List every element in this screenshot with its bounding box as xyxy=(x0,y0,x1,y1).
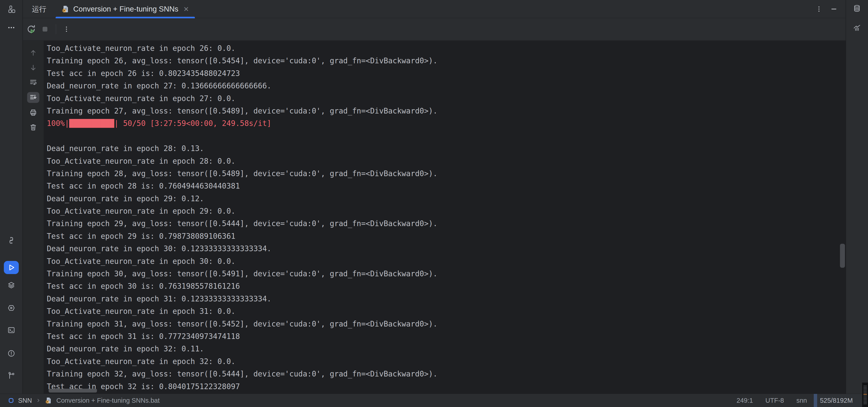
right-tool-stripe xyxy=(846,0,868,394)
console-line: Test acc in epoch 26 is: 0.8023435488024… xyxy=(47,67,846,80)
memory-indicator[interactable]: 525/8192M xyxy=(814,394,868,407)
console-line: Training epoch 26, avg_loss: tensor([0.5… xyxy=(47,55,846,67)
console-line: Dead_neuron_rate in epoch 29: 0.12. xyxy=(47,192,846,205)
python-packages-icon[interactable] xyxy=(6,303,16,313)
database-icon[interactable] xyxy=(852,4,862,13)
console-line: Training epoch 32, avg_loss: tensor([0.5… xyxy=(47,368,846,380)
project-icon xyxy=(8,398,14,403)
tab-run-configuration[interactable]: Conversion + Fine-tuning SNNs ✕ xyxy=(56,0,195,18)
soft-wrap-icon[interactable] xyxy=(28,77,38,87)
tool-window-header: 运行 Conversion + Fine-tuning SNNs ✕ xyxy=(23,0,846,18)
console-line: Too_Activate_neuron_rate in epoch 30: 0.… xyxy=(47,255,846,268)
memory-indicator-text: 525/8192M xyxy=(814,394,859,407)
console-line xyxy=(47,130,846,142)
file-encoding[interactable]: UTF-8 xyxy=(765,397,784,404)
run-config-file-icon xyxy=(61,5,70,13)
run-console[interactable]: Too_Activate_neuron_rate in epoch 26: 0.… xyxy=(43,41,846,394)
status-file-name[interactable]: Conversion + Fine-tuning SNNs.bat xyxy=(56,397,160,404)
chevron-right-icon xyxy=(36,398,41,403)
problems-icon[interactable] xyxy=(6,348,16,358)
caret-position[interactable]: 249:1 xyxy=(737,397,753,404)
more-vertical-icon[interactable] xyxy=(815,5,823,13)
console-line: Training epoch 27, avg_loss: tensor([0.5… xyxy=(47,105,846,117)
console-line: Test acc in epoch 32 is: 0.8040175122328… xyxy=(47,380,846,393)
console-line: Test acc in epoch 30 is: 0.7631985578161… xyxy=(47,280,846,292)
console-line: Dead_neuron_rate in epoch 32: 0.11. xyxy=(47,343,846,355)
rerun-icon[interactable] xyxy=(26,24,36,34)
console-line: Dead_neuron_rate in epoch 30: 0.12333333… xyxy=(47,242,846,255)
console-line: Test acc in epoch 28 is: 0.7604944630440… xyxy=(47,180,846,192)
clear-all-icon[interactable] xyxy=(28,122,38,132)
status-bar: SNN Conversion + Fine-tuning SNNs.bat 24… xyxy=(0,394,868,407)
console-line: Training epoch 28, avg_loss: tensor([0.5… xyxy=(47,167,846,180)
tool-window-title: 运行 xyxy=(32,0,46,18)
tab-close-icon[interactable]: ✕ xyxy=(183,5,189,13)
run-config-file-icon xyxy=(45,397,52,404)
sciview-chart-icon[interactable] xyxy=(852,23,862,33)
console-line: Training epoch 29, avg_loss: tensor([0.5… xyxy=(47,217,846,230)
horizontal-scrollbar-thumb[interactable] xyxy=(49,389,97,393)
stop-icon[interactable] xyxy=(41,25,49,33)
run-tool-window-icon[interactable] xyxy=(4,261,19,274)
console-line: Too_Activate_neuron_rate in epoch 29: 0.… xyxy=(47,205,846,217)
python-console-icon[interactable] xyxy=(6,236,16,245)
console-more-icon[interactable] xyxy=(63,26,70,33)
console-line: 100%|██████████| 50/50 [3:27:59<00:00, 2… xyxy=(47,117,846,130)
scrollbar-stripe-marks xyxy=(862,383,868,407)
services-icon[interactable] xyxy=(6,280,16,290)
up-arrow-icon[interactable] xyxy=(28,48,38,58)
version-control-icon[interactable] xyxy=(6,370,16,380)
console-gutter-toolbar xyxy=(23,41,43,394)
console-line: Too_Activate_neuron_rate in epoch 26: 0.… xyxy=(47,42,846,55)
run-toolbar xyxy=(23,18,846,40)
vertical-scrollbar-thumb[interactable] xyxy=(840,244,845,268)
tab-label: Conversion + Fine-tuning SNNs xyxy=(73,5,178,13)
console-line: Training epoch 30, avg_loss: tensor([0.5… xyxy=(47,268,846,280)
console-line: Too_Activate_neuron_rate in epoch 27: 0.… xyxy=(47,92,846,105)
console-output: Too_Activate_neuron_rate in epoch 26: 0.… xyxy=(43,41,846,393)
console-line: Too_Activate_neuron_rate in epoch 32: 0.… xyxy=(47,355,846,368)
more-tool-windows-icon[interactable] xyxy=(6,23,16,33)
hide-tool-window-icon[interactable] xyxy=(830,5,837,13)
console-line: Dead_neuron_rate in epoch 28: 0.13. xyxy=(47,142,846,155)
run-configuration-name[interactable]: snn xyxy=(796,397,807,404)
stripe-mark-warning xyxy=(864,394,867,395)
console-line: Too_Activate_neuron_rate in epoch 28: 0.… xyxy=(47,155,846,167)
console-line: Training epoch 31, avg_loss: tensor([0.5… xyxy=(47,318,846,330)
status-project-name[interactable]: SNN xyxy=(18,397,32,404)
down-arrow-icon[interactable] xyxy=(28,63,38,72)
left-tool-stripe xyxy=(0,0,23,394)
tool-window-layout-icon[interactable] xyxy=(6,4,16,14)
scroll-to-end-icon[interactable] xyxy=(27,92,39,103)
run-tool-window: 运行 Conversion + Fine-tuning SNNs ✕ xyxy=(23,0,846,394)
console-line: Too_Activate_neuron_rate in epoch 31: 0.… xyxy=(47,305,846,317)
terminal-icon[interactable] xyxy=(6,325,16,335)
console-line: Test acc in epoch 29 is: 0.7987380891063… xyxy=(47,230,846,242)
console-line: Dead_neuron_rate in epoch 31: 0.12333333… xyxy=(47,292,846,305)
console-line: Test acc in epoch 31 is: 0.7772340973474… xyxy=(47,330,846,343)
print-icon[interactable] xyxy=(28,107,38,118)
console-line: Dead_neuron_rate in epoch 27: 0.13666666… xyxy=(47,80,846,92)
